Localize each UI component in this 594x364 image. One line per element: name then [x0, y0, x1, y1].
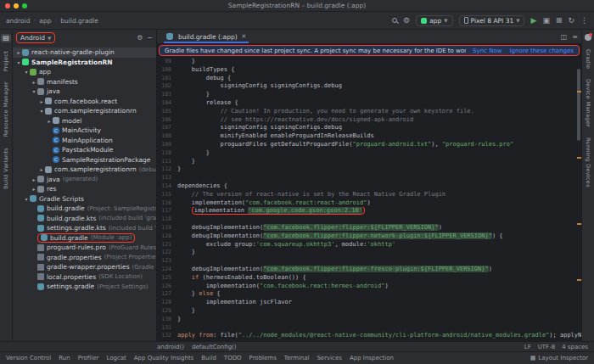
titlebar: SampleRegistrationRN – build.gradle (:ap…	[0, 0, 594, 12]
search-icon[interactable]	[392, 18, 397, 23]
project-tool-icon[interactable]: ▤	[1, 34, 11, 42]
navbar-item-android[interactable]: android	[6, 17, 30, 25]
tree-item-sampleregistrationpackage[interactable]: CSampleRegistrationPackage	[13, 155, 156, 165]
gradle-icon	[22, 49, 29, 56]
tree-item-proguard-rules-pro[interactable]: proguard-rules.pro(ProGuard Rules for ":…	[13, 243, 156, 253]
tree-item-react-native-gradle-plugin[interactable]: ▸react-native-gradle-plugin	[13, 48, 156, 58]
tool-window-button-terminal[interactable]: Terminal	[284, 355, 310, 361]
close-window-button[interactable]	[5, 3, 10, 8]
class-icon: C	[53, 127, 59, 134]
annotation-box: build.gradle(Module :app)	[37, 233, 135, 243]
tool-window-button-problems[interactable]: Problems	[249, 355, 277, 361]
status-utf-8[interactable]: UTF-8	[538, 344, 555, 350]
tool-window-button-app-quality-insights[interactable]: App Quality Insights	[134, 355, 194, 361]
tool-window-button-services[interactable]: Services	[317, 355, 342, 361]
minimize-window-button[interactable]	[14, 3, 19, 8]
code-text: dependencies {	[177, 182, 581, 191]
tool-window-button-version-control[interactable]: Version Control	[6, 355, 51, 361]
run-button[interactable]: ▶	[530, 17, 536, 25]
sync-gradle-icon[interactable]: ↻	[568, 17, 574, 25]
tool-window-buttons: Version ControlRunProfilerLogcatApp Qual…	[6, 355, 394, 361]
panel-settings-gear-icon[interactable]: ⚙	[137, 34, 143, 42]
tool-window-button-run[interactable]: Run	[59, 355, 70, 361]
tool-window-button-gradle[interactable]: Gradle	[585, 49, 591, 69]
tree-item-paystackmodule[interactable]: CPaystackModule	[13, 145, 156, 155]
code-line: 126 implementation("com.facebook.react:h…	[157, 283, 581, 291]
tool-window-button-build-variants[interactable]: Build Variants	[3, 148, 9, 189]
scrollbar-thumb[interactable]	[577, 69, 580, 141]
navbar-item-build-gradle[interactable]: build.gradle	[60, 17, 98, 25]
tree-item-model[interactable]: ▸model	[13, 116, 156, 126]
gradle-icon	[37, 215, 44, 221]
tree-item-gradle-properties[interactable]: gradle.properties(Project Properties)	[13, 253, 156, 263]
tree-item-gradle-scripts[interactable]: ▾Gradle Scripts	[13, 194, 156, 204]
breadcrumb-defaultconfig[interactable]: defaultConfig()	[192, 344, 237, 350]
layout-inspector-button[interactable]: ▦ Layout Inspector	[530, 355, 588, 361]
tool-window-button-project[interactable]: Project	[3, 51, 9, 71]
tree-item-label: SampleRegistrationRN	[31, 59, 113, 66]
tree-item-com-sampleregistrationrn[interactable]: ▸com.sampleregistrationrn(debug)	[13, 165, 156, 175]
editor-menu-icon[interactable]: ≡	[572, 33, 578, 41]
tree-item-label: gradle-wrapper.properties	[47, 263, 130, 271]
tool-window-button-logcat[interactable]: Logcat	[106, 355, 126, 361]
code-text: debugImplementation("com.facebook.flippe…	[177, 224, 581, 232]
project-view-selector[interactable]: Android ▼	[16, 32, 55, 43]
sync-now-link[interactable]: Sync Now	[473, 48, 502, 54]
close-tab-icon[interactable]: ✕	[242, 33, 247, 40]
notifications-bell-icon[interactable]	[585, 34, 591, 41]
tree-item-java[interactable]: ▸java(generated)	[13, 175, 156, 185]
code-line: 106 // see https://reactnative.dev/docs/…	[157, 116, 581, 125]
navbar-item-app[interactable]: app	[39, 17, 51, 25]
tree-item-label: MainApplication	[62, 137, 113, 144]
tool-window-button-resource-manager[interactable]: Resource Manager	[3, 81, 9, 137]
line-number: 112	[157, 165, 177, 174]
tool-window-button-todo[interactable]: TODO	[224, 355, 242, 361]
tool-window-button-app-inspection[interactable]: App Inspection	[350, 355, 394, 361]
tree-item-build-gradle-kts[interactable]: build.gradle.kts(included build 'gradle-…	[13, 214, 156, 224]
tree-item-settings-gradle-kts[interactable]: settings.gradle.kts(included build 'grad…	[13, 223, 156, 233]
tree-item-com-facebook-react[interactable]: ▸com.facebook.react	[13, 97, 156, 107]
collapse-panel-icon[interactable]: −	[147, 34, 153, 42]
run-configuration-selector[interactable]: app ▼	[416, 15, 452, 26]
code-text: }	[177, 316, 581, 324]
device-selector[interactable]: Pixel 8 API 31 ▼	[459, 15, 525, 26]
tree-item-secondary: (Project Properties)	[104, 254, 156, 260]
annotation-box: implementation 'com.google.code.gson:gso…	[192, 207, 365, 215]
code-text: // Caution! In production, you need to g…	[177, 108, 581, 116]
breadcrumb-android[interactable]: android()	[157, 344, 184, 350]
tab-build-gradle-app[interactable]: build.gradle (:app) ✕	[160, 30, 252, 43]
code-line: 101 debug {	[157, 75, 581, 83]
split-editor-icon[interactable]: ◫	[561, 33, 568, 41]
settings-gear-icon[interactable]: ⚙	[403, 17, 410, 25]
tool-window-button-build[interactable]: Build	[201, 355, 216, 361]
status-4-spaces[interactable]: 4 spaces	[562, 344, 588, 350]
tree-item-build-gradle[interactable]: build.gradle(Module :app)	[13, 233, 156, 244]
status-lf[interactable]: LF	[524, 344, 531, 350]
tree-item-sampleregistrationrn[interactable]: ▾SampleRegistrationRN	[13, 58, 156, 68]
tree-item-mainapplication[interactable]: CMainApplication	[13, 136, 156, 146]
tree-item-manifests[interactable]: ▸manifests	[13, 77, 156, 87]
stop-button[interactable]: ■	[556, 17, 563, 24]
zoom-window-button[interactable]	[22, 3, 27, 8]
tool-window-button-profiler[interactable]: Profiler	[78, 355, 99, 361]
tool-window-button-running-devices[interactable]: Running Devices	[585, 137, 591, 188]
ignore-these-changes-link[interactable]: Ignore these changes	[509, 48, 574, 54]
tree-item-local-properties[interactable]: local.properties(SDK Location)	[13, 272, 156, 283]
line-number: 107	[157, 124, 177, 132]
tree-item-res[interactable]: ▸res	[13, 184, 156, 194]
code-text	[177, 216, 581, 224]
editor-scrollbar[interactable]	[575, 57, 581, 341]
debug-button[interactable]: ▣	[542, 17, 550, 25]
tree-item-gradle-wrapper-properties[interactable]: gradle-wrapper.properties(Gradle Version…	[13, 262, 156, 272]
more-options-icon[interactable]: ⋮	[580, 17, 588, 25]
code-editor[interactable]: 99 }100 buildTypes {101 debug {102 signi…	[157, 57, 581, 341]
tree-item-build-gradle[interactable]: build.gradle(Project: SampleRegistration…	[13, 204, 156, 214]
tree-item-java[interactable]: ▾java	[13, 87, 156, 97]
code-text: }	[177, 91, 581, 99]
tool-window-button-device-manager[interactable]: Device Manager	[585, 79, 591, 127]
tree-item-secondary: (included build 'gradle-plugin')	[109, 225, 156, 232]
tree-item-app[interactable]: ▾app	[13, 67, 156, 77]
tree-item-com-sampleregistrationrn[interactable]: ▾com.sampleregistrationrn	[13, 106, 156, 116]
tree-item-settings-gradle[interactable]: settings.gradle(Project Settings)	[13, 282, 156, 292]
tree-item-mainactivity[interactable]: CMainActivity	[13, 126, 156, 136]
